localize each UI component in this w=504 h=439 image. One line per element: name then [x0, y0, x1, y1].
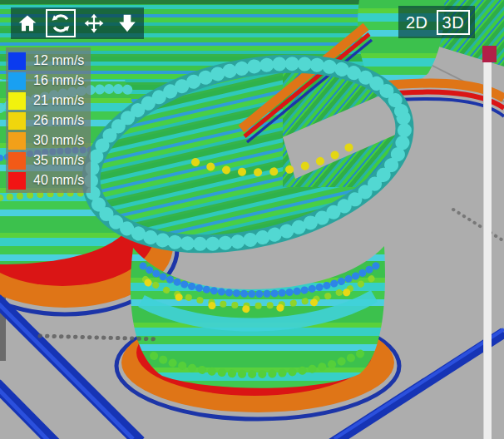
lower-icon [116, 12, 138, 34]
legend-item: 40 mm/s [8, 170, 91, 190]
legend-item: 35 mm/s [8, 150, 91, 170]
legend-label: 21 mm/s [33, 93, 84, 108]
legend-label: 26 mm/s [33, 113, 84, 128]
view-toolbar [11, 7, 144, 39]
legend-label: 16 mm/s [33, 73, 84, 88]
gcode-viewer-window: 2D 3D 12 mm/s 16 mm/s 21 mm/s 26 mm/s 30… [0, 0, 504, 439]
legend-item: 16 mm/s [8, 71, 91, 91]
view-2d-button[interactable]: 2D [403, 11, 431, 34]
legend-swatch [8, 172, 26, 190]
legend-label: 12 mm/s [33, 53, 84, 68]
legend-item: 12 mm/s [8, 51, 91, 71]
legend-swatch [8, 72, 26, 90]
legend-swatch [8, 152, 26, 170]
legend-swatch [8, 52, 26, 70]
speed-legend: 12 mm/s 16 mm/s 21 mm/s 26 mm/s 30 mm/s … [6, 47, 91, 193]
legend-swatch [8, 112, 26, 130]
layer-slider-track[interactable] [483, 47, 492, 439]
legend-swatch [8, 92, 26, 110]
legend-item: 21 mm/s [8, 91, 91, 111]
legend-item: 30 mm/s [8, 131, 91, 150]
legend-label: 40 mm/s [33, 173, 84, 188]
legend-label: 30 mm/s [33, 133, 84, 148]
view-mode-toggle: 2D 3D [398, 6, 475, 38]
layer-slider-handle[interactable] [482, 46, 497, 62]
rotate-button[interactable] [44, 7, 77, 39]
home-button[interactable] [11, 7, 44, 39]
lower-button[interactable] [111, 7, 144, 39]
home-icon [17, 12, 38, 34]
legend-swatch [8, 132, 26, 150]
legend-label: 35 mm/s [33, 153, 84, 168]
legend-item: 26 mm/s [8, 111, 91, 131]
pan-icon [83, 12, 105, 34]
pan-button[interactable] [77, 7, 111, 39]
rotate-icon [50, 12, 72, 34]
view-3d-button[interactable]: 3D [437, 10, 471, 35]
